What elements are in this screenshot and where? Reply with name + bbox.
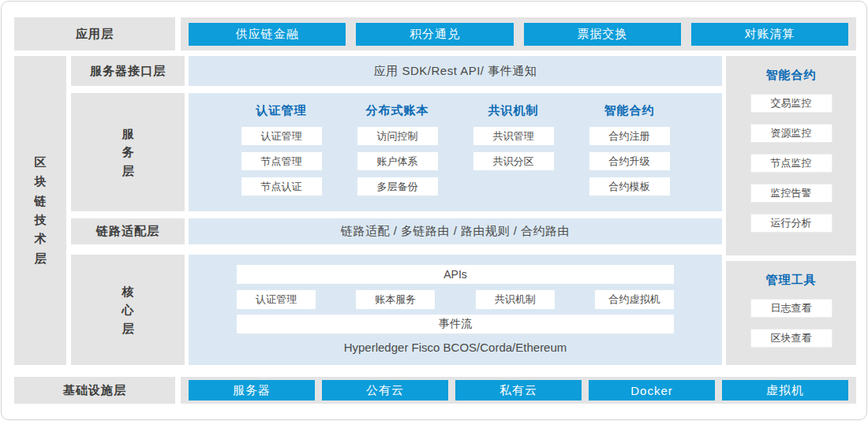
infrastructure-node: 公有云	[322, 380, 448, 401]
core-module: 共识机制	[476, 290, 555, 309]
service-layer-box: 认证管理 认证管理 节点管理 节点认证 分布式账本 访问控制	[189, 93, 722, 211]
service-item: 节点认证	[241, 177, 322, 196]
service-item: 账户体系	[357, 152, 438, 170]
infrastructure-row: 服务器 公有云 私有云 Docker 虚拟机	[181, 377, 856, 404]
service-column-header: 认证管理	[256, 103, 307, 119]
core-module: 合约虚拟机	[595, 290, 674, 309]
event-stream-bar: 事件流	[237, 315, 674, 333]
interface-layer-label: 服务器接口层	[71, 56, 185, 86]
smart-contract-panel-items: 交易监控 资源监控 节点监控 监控告警 运行分析	[750, 94, 832, 233]
service-layer-text: 服务层	[121, 125, 134, 180]
core-layer-label: 核心层	[71, 255, 185, 365]
service-item: 节点管理	[241, 152, 322, 170]
service-item: 合约模板	[589, 177, 670, 196]
apis-bar: APIs	[237, 265, 674, 284]
blockchain-tech-layer-text: 区块链技术层	[33, 153, 47, 268]
panel-item: 节点监控	[750, 154, 832, 173]
smart-contract-panel-header: 智能合约	[766, 68, 817, 83]
app-node: 积分通兑	[356, 23, 513, 46]
blockchain-architecture-diagram: 应用层 供应链金融 积分通兑 票据交换 对账清算 区块链技术层 服务器接口层 服…	[1, 1, 867, 420]
service-column: 分布式账本 访问控制 账户体系 多层备份	[339, 103, 455, 211]
app-layer-label: 应用层	[14, 17, 175, 50]
panel-item: 运行分析	[750, 214, 832, 233]
panel-item: 交易监控	[750, 94, 832, 113]
service-column-header: 分布式账本	[366, 103, 429, 119]
core-module: 账本服务	[356, 290, 435, 309]
core-module: 认证管理	[237, 290, 316, 309]
infrastructure-layer-label: 基础设施层	[14, 377, 175, 404]
app-node: 供应链金融	[189, 23, 346, 46]
service-column-items: 共识管理 共识分区	[473, 127, 554, 170]
management-tools-panel: 管理工具 日志查看 区块查看	[726, 261, 856, 365]
infrastructure-node: 服务器	[189, 380, 315, 401]
service-layer-label: 服务层	[71, 93, 185, 211]
adapter-layer-label: 链路适配层	[71, 218, 185, 244]
management-tools-panel-header: 管理工具	[766, 273, 817, 288]
panel-item: 资源监控	[750, 124, 832, 143]
infrastructure-node: 私有云	[455, 380, 582, 401]
app-node: 对账清算	[691, 23, 848, 46]
service-item: 认证管理	[241, 127, 322, 145]
service-column-header: 共识机制	[488, 103, 539, 119]
core-layer-stack: APIs 认证管理 账本服务 共识机制 合约虚拟机 事件流 Hyperledge…	[237, 265, 674, 354]
service-column-header: 智能合约	[604, 103, 655, 119]
infrastructure-node: 虚拟机	[722, 380, 848, 401]
app-layer-row: 供应链金融 积分通兑 票据交换 对账清算	[181, 17, 856, 50]
panel-item: 日志查看	[750, 299, 832, 318]
app-node: 票据交换	[524, 23, 681, 46]
service-column-items: 认证管理 节点管理 节点认证	[241, 127, 322, 196]
link-adapter-bar: 链路适配 / 多链路由 / 路由规则 / 合约路由	[189, 218, 722, 244]
service-column-items: 访问控制 账户体系 多层备份	[357, 127, 438, 196]
service-item: 共识管理	[473, 127, 554, 145]
sdk-api-bar: 应用 SDK/Rest API/ 事件通知	[189, 56, 722, 86]
panel-item: 监控告警	[750, 184, 832, 203]
service-column: 认证管理 认证管理 节点管理 节点认证	[223, 103, 339, 211]
core-layer-text: 核心层	[121, 282, 134, 337]
panel-item: 区块查看	[750, 329, 832, 348]
service-column: 智能合约 合约注册 合约升级 合约模板	[571, 103, 687, 211]
core-layer-box: APIs 认证管理 账本服务 共识机制 合约虚拟机 事件流 Hyperledge…	[189, 255, 722, 365]
service-item: 共识分区	[473, 152, 554, 170]
service-column: 共识机制 共识管理 共识分区	[455, 103, 571, 211]
service-item: 访问控制	[357, 127, 438, 145]
management-tools-panel-items: 日志查看 区块查看	[750, 299, 832, 348]
platform-text: Hyperledger Fisco BCOS/Corda/Ethereum	[237, 341, 674, 354]
blockchain-tech-layer-label: 区块链技术层	[14, 56, 66, 365]
service-item: 多层备份	[357, 177, 438, 196]
service-item: 合约注册	[589, 127, 670, 145]
infrastructure-node: Docker	[589, 380, 715, 401]
core-modules-row: 认证管理 账本服务 共识机制 合约虚拟机	[237, 290, 674, 309]
service-column-items: 合约注册 合约升级 合约模板	[589, 127, 670, 196]
service-item: 合约升级	[589, 152, 670, 170]
smart-contract-panel: 智能合约 交易监控 资源监控 节点监控 监控告警 运行分析	[726, 56, 856, 255]
